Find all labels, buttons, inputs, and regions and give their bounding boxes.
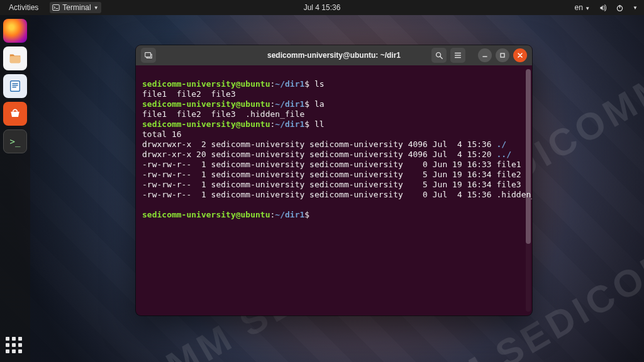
scrollbar-thumb[interactable] [526, 69, 531, 244]
show-applications-button[interactable] [6, 337, 25, 356]
launcher-firefox[interactable] [3, 19, 27, 43]
chevron-down-icon: ▼ [94, 5, 99, 11]
hamburger-menu-button[interactable] [450, 48, 465, 63]
ll-row: -rw-rw-r-- 1 sedicomm-university sedicom… [142, 180, 521, 189]
gnome-top-bar: Activities Terminal ▼ Jul 4 15:36 en ▼ ▼ [0, 0, 644, 15]
new-tab-button[interactable] [141, 48, 156, 63]
launcher-ubuntu-software[interactable] [3, 102, 27, 126]
ll-row: drwxr-xr-x 20 sedicomm-university sedico… [142, 150, 511, 159]
svg-rect-4 [12, 83, 18, 84]
svg-rect-6 [12, 87, 16, 87]
power-icon[interactable] [616, 4, 624, 12]
window-close-button[interactable] [513, 48, 527, 62]
svg-rect-5 [12, 85, 18, 85]
app-menu-terminal[interactable]: Terminal ▼ [50, 2, 101, 13]
input-language-label: en [574, 3, 582, 12]
launcher-libreoffice-writer[interactable] [3, 74, 27, 98]
app-menu-label: Terminal [62, 3, 91, 12]
ll-row: -rw-rw-r-- 1 sedicomm-university sedicom… [142, 160, 521, 169]
launcher-files[interactable] [3, 47, 27, 70]
svg-rect-0 [53, 5, 60, 11]
ll-row: drwxrwxr-x 2 sedicomm-university sedicom… [142, 140, 506, 149]
terminal-body[interactable]: sedicomm-university@ubuntu:~/dir1$ ls fi… [136, 65, 532, 315]
launcher-terminal[interactable]: >_ [3, 129, 27, 153]
svg-rect-7 [145, 53, 151, 57]
ll-row: -rw-rw-r-- 1 sedicomm-university sedicom… [142, 190, 532, 199]
svg-rect-2 [10, 56, 21, 63]
terminal-window: sedicomm-university@ubuntu: ~/dir1 sedic… [136, 45, 532, 315]
volume-icon[interactable] [599, 4, 607, 12]
svg-rect-9 [501, 53, 504, 57]
system-menu-chevron-icon[interactable]: ▼ [633, 5, 638, 11]
terminal-icon [52, 4, 60, 11]
terminal-scrollbar[interactable] [526, 69, 531, 312]
window-maximize-button[interactable] [496, 48, 509, 62]
clock[interactable]: Jul 4 15:36 [304, 3, 341, 12]
ll-row: -rw-rw-r-- 1 sedicomm-university sedicom… [142, 170, 521, 179]
window-titlebar[interactable]: sedicomm-university@ubuntu: ~/dir1 [136, 45, 532, 65]
activities-button[interactable]: Activities [6, 2, 41, 13]
window-title: sedicomm-university@ubuntu: ~/dir1 [267, 51, 401, 60]
window-minimize-button[interactable] [478, 48, 492, 62]
search-button[interactable] [431, 48, 447, 63]
input-language[interactable]: en ▼ [574, 3, 590, 12]
svg-rect-3 [11, 81, 20, 92]
ubuntu-dock: >_ [0, 15, 30, 362]
chevron-down-icon: ▼ [585, 6, 590, 11]
